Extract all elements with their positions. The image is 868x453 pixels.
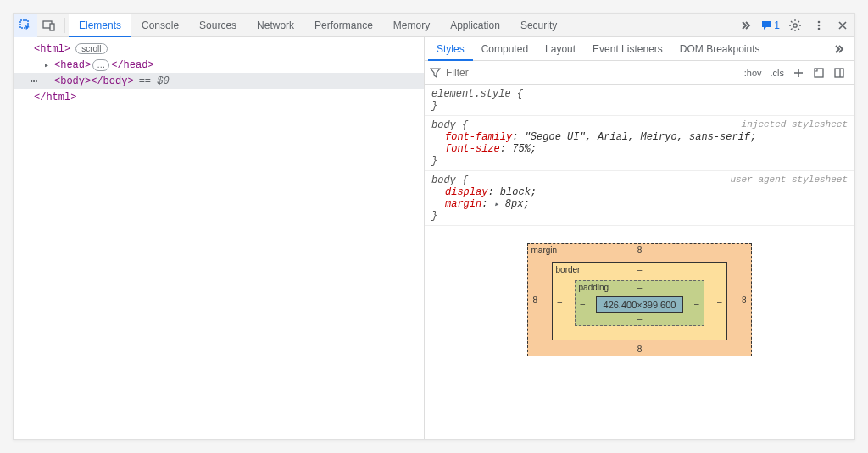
box-padding[interactable]: padding – – – – 426.400×399.600	[575, 280, 705, 326]
svg-point-5	[818, 24, 821, 26]
tab-application[interactable]: Application	[440, 14, 510, 37]
tab-memory[interactable]: Memory	[383, 14, 440, 37]
sub-tab-bar: Styles Computed Layout Event Listeners D…	[425, 37, 854, 61]
settings-icon[interactable]	[783, 14, 807, 37]
box-border[interactable]: border – – – – padding – – – – 42	[552, 262, 728, 340]
body-rule-injected[interactable]: injected stylesheet body { font-family: …	[425, 116, 854, 171]
device-toggle-icon[interactable]	[37, 14, 61, 37]
subtab-event-listeners[interactable]: Event Listeners	[584, 37, 671, 61]
cls-toggle[interactable]: .cls	[771, 68, 785, 78]
divider	[64, 18, 65, 33]
ellipsis-badge[interactable]: …	[92, 59, 109, 71]
subtab-computed[interactable]: Computed	[473, 37, 537, 61]
top-tab-bar: Elements Console Sources Network Perform…	[14, 14, 854, 37]
subtab-styles[interactable]: Styles	[428, 37, 473, 61]
tab-console[interactable]: Console	[131, 14, 189, 37]
filter-icon	[430, 67, 441, 78]
inspect-element-icon[interactable]	[14, 14, 37, 37]
tab-network[interactable]: Network	[247, 14, 304, 37]
svg-rect-2	[50, 24, 54, 30]
dom-body-selected[interactable]: ⋯ <body></body> == $0	[14, 73, 424, 89]
subtab-more-icon[interactable]	[832, 43, 851, 55]
filter-input[interactable]	[441, 67, 740, 79]
svg-rect-7	[815, 69, 823, 77]
dom-html-open[interactable]: ⋯ <html> scroll	[14, 41, 424, 57]
message-count: 1	[774, 19, 780, 31]
rule-source: injected stylesheet	[742, 119, 848, 130]
styles-panel: Styles Computed Layout Event Listeners D…	[425, 37, 854, 439]
box-content[interactable]: 426.400×399.600	[596, 296, 684, 313]
more-menu-icon[interactable]	[807, 14, 831, 37]
subtab-layout[interactable]: Layout	[537, 37, 584, 61]
box-margin[interactable]: margin 8 8 8 8 border – – – – padding	[527, 243, 753, 356]
filter-bar: :hov .cls	[425, 61, 854, 85]
styles-content: element.style { } injected stylesheet bo…	[425, 85, 854, 439]
messages-icon[interactable]: 1	[757, 14, 783, 37]
body-rule-ua[interactable]: user agent stylesheet body { display: bl…	[425, 171, 854, 226]
svg-point-6	[818, 27, 821, 30]
subtab-dom-breakpoints[interactable]: DOM Breakpoints	[671, 37, 769, 61]
tab-sources[interactable]: Sources	[189, 14, 247, 37]
svg-point-4	[818, 20, 821, 23]
new-style-icon[interactable]	[793, 67, 804, 79]
more-tabs-icon[interactable]	[733, 14, 757, 37]
close-icon[interactable]	[831, 14, 854, 37]
devtools-panel: Elements Console Sources Network Perform…	[13, 13, 855, 440]
element-style-rule[interactable]: element.style { }	[425, 85, 854, 116]
svg-rect-8	[835, 69, 843, 77]
hov-toggle[interactable]: :hov	[744, 68, 762, 78]
dom-html-close[interactable]: ⋯ </html>	[14, 89, 424, 105]
computed-styles-icon[interactable]	[813, 67, 825, 79]
svg-point-3	[793, 23, 797, 26]
dom-head[interactable]: ⋯ ▸ <head> … </head>	[14, 57, 424, 73]
dom-tree[interactable]: ⋯ <html> scroll ⋯ ▸ <head> … </head> ⋯ <…	[14, 37, 425, 439]
tab-performance[interactable]: Performance	[304, 14, 383, 37]
tab-elements[interactable]: Elements	[69, 14, 131, 37]
tab-security[interactable]: Security	[510, 14, 567, 37]
rule-source: user agent stylesheet	[730, 174, 848, 185]
toggle-sidebar-icon[interactable]	[833, 67, 845, 79]
selected-marker: == $0	[139, 75, 170, 87]
box-model[interactable]: margin 8 8 8 8 border – – – – padding	[425, 226, 854, 373]
scroll-badge: scroll	[75, 43, 107, 54]
